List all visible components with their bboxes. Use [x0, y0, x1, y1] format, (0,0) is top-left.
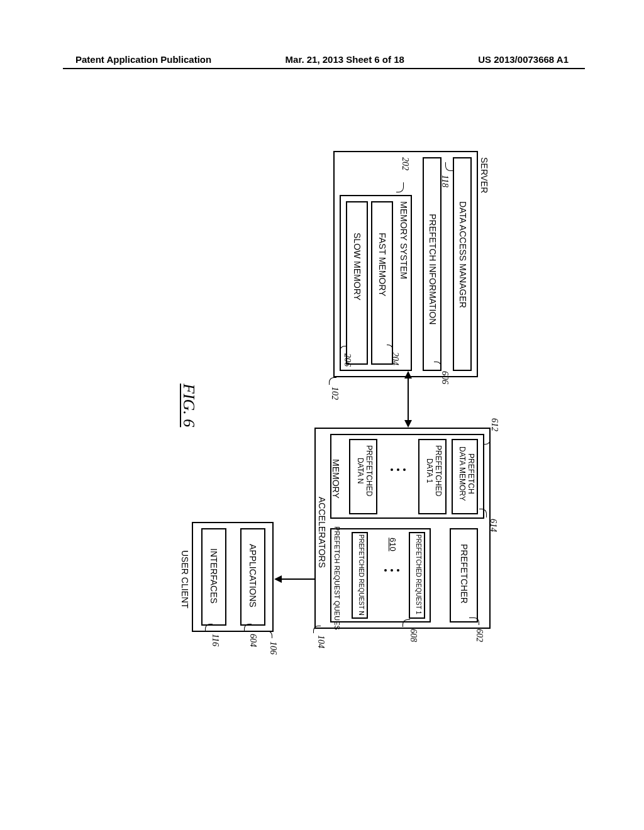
iface-callout — [205, 624, 213, 631]
server-callout — [329, 377, 336, 385]
queues-ref: 608 — [408, 629, 418, 642]
arrow-head-ac-d — [274, 575, 282, 583]
memsys-label: MEMORY SYSTEM — [399, 201, 409, 279]
apps-ref: 604 — [248, 634, 258, 647]
dots-queue-icon — [384, 569, 399, 572]
prefetch-info-ref: 606 — [440, 371, 450, 384]
prefetcher-callout — [469, 617, 479, 625]
dam-callout — [445, 162, 453, 171]
queues-callout — [402, 619, 410, 627]
accmem-ref: 612 — [489, 418, 499, 431]
apps-label: APPLICATIONS — [248, 544, 258, 607]
dots-data-icon — [391, 468, 406, 471]
arrow-accel-client — [280, 578, 314, 580]
pdm-ref: 614 — [488, 519, 498, 532]
memsys-ref: 202 — [400, 157, 410, 170]
accel-title: ACCELERATORS — [317, 497, 327, 568]
accel-callout — [313, 626, 321, 633]
header-rule — [63, 68, 585, 69]
client-callout — [264, 631, 272, 638]
arrow-server-accel — [408, 377, 409, 421]
slowmem-ref: 206 — [342, 353, 352, 367]
header-left: Patent Application Publication — [75, 54, 211, 65]
diagram-fig6: SERVER 102 DATA ACCESS MANAGER 118 PREFE… — [25, 214, 503, 566]
arrow-head-sa-l — [404, 371, 412, 379]
iface-label: INTERFACES — [209, 548, 219, 604]
slowmem-label: SLOW MEMORY — [352, 233, 362, 301]
queues-label: PREFETCH REQUEST QUEUES — [333, 526, 341, 630]
pd1-label: PREFETCHEDDATA 1 — [425, 445, 443, 496]
prefetcher-ref: 602 — [474, 629, 484, 642]
apps-callout — [244, 624, 252, 631]
prefetcher-label: PREFETCHER — [459, 544, 469, 604]
server-title: SERVER — [479, 157, 489, 193]
iface-ref: 116 — [210, 634, 220, 646]
client-ref: 106 — [268, 641, 278, 655]
pdn-label: PREFETCHEDDATA N — [356, 445, 374, 496]
dam-label: DATA ACCESS MANAGER — [458, 201, 468, 308]
req1-label: PREFETCHED REQUEST 1 — [415, 534, 422, 614]
fastmem-label: FAST MEMORY — [377, 233, 387, 296]
pdm-callout — [479, 509, 487, 517]
slowmem-callout — [340, 346, 346, 352]
accmem-label: MEMORY — [331, 459, 341, 499]
accel-ref: 104 — [316, 635, 326, 648]
page-header: Patent Application Publication Mar. 21, … — [0, 54, 644, 65]
prefetch-info-label: PREFETCH INFORMATION — [428, 214, 438, 324]
header-center: Mar. 21, 2013 Sheet 6 of 18 — [286, 54, 404, 65]
client-title: USER CLIENT — [180, 550, 190, 609]
figure-label: FIG. 6 — [179, 384, 198, 427]
reqn-label: PREFETCHED REQUEST N — [358, 534, 365, 616]
pdm-label: PREFETCHDATA MEMORY — [458, 446, 475, 501]
fastmem-ref: 204 — [390, 352, 400, 365]
server-ref: 102 — [330, 387, 340, 400]
header-right: US 2013/0073668 A1 — [478, 54, 569, 65]
req-ref-610: 610 — [388, 538, 397, 551]
arrow-head-sa-r — [404, 420, 412, 428]
